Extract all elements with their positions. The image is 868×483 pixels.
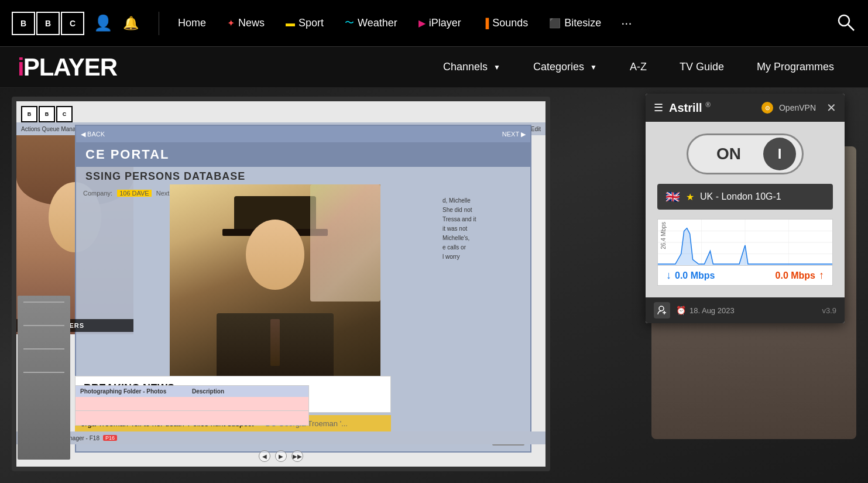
nav-sport[interactable]: ▬ Sport [275,0,334,47]
astrill-body: ON I 🇬🇧 ★ UK - London 10G-1 [646,122,845,297]
astrill-header: ☰ Astrill ® ⊙ OpenVPN ✕ [646,94,845,122]
speed-graph-container: 26.4 Mbps ↓ 0.0 Mbps 0.0 Mbps ↑ [657,219,833,286]
flowers-bg [310,184,380,302]
sounds-icon: ▐ [482,18,489,29]
screen-bbc-logo: B B C [21,106,73,122]
speed-graph: 26.4 Mbps [657,219,833,266]
iplayer-myprogrammes-nav[interactable]: My Programmes [740,47,850,88]
sport-label: Sport [299,17,324,29]
screen-bbc-b1: B [21,106,37,122]
weather-icon: 〜 [345,17,354,29]
nav-weather[interactable]: 〜 Weather [334,0,408,47]
nav-more-button[interactable]: ··· [612,16,641,31]
download-arrow-icon: ↓ [666,269,671,282]
bitesize-label: Bitesize [564,17,601,29]
nav-bitesize[interactable]: ⬛ Bitesize [538,0,612,47]
portal-title: SSING PERSONS DATABASE [76,167,530,186]
tv-monitor: B B C Actions Queue Manager - F18 P16 Ed… [12,97,550,471]
sport-icon: ▬ [286,18,295,29]
nav-home[interactable]: Home [167,0,217,47]
account-icon[interactable]: 👤 [94,14,112,32]
vpn-toggle[interactable]: ON I [687,133,804,174]
footer-date-container: ⏰ 18. Aug 2023 [676,306,816,315]
notification-icon[interactable]: 🔔 [123,16,139,31]
person-face-oval [246,220,304,290]
astrill-close-button[interactable]: ✕ [826,101,836,115]
astrill-menu-icon[interactable]: ☰ [654,101,663,114]
sidebar-description: d, MichelleShe did notTressa and itit wa… [442,196,524,262]
portal-person-figure [170,184,380,407]
speed-graph-svg [658,220,832,265]
portal-next-btn: NEXT ▶ [502,131,526,138]
bbc-logo[interactable]: B B C [12,12,84,35]
toggle-thumb-label: I [778,146,782,162]
screen-toolbar-bottom: Actions Queue Manager - F18 P16 [16,431,545,444]
portal-title-text: SSING PERSONS DATABASE [85,170,245,182]
astrill-footer: ⏰ 18. Aug 2023 v3.9 [646,297,845,323]
astrill-title: Astrill [669,101,702,114]
iplayer-channels-nav[interactable]: Channels ▼ [427,47,517,88]
astrill-vpn-overlay[interactable]: ☰ Astrill ® ⊙ OpenVPN ✕ ON [646,94,845,323]
astrill-openvpn-label: OpenVPN [779,103,816,112]
table-header: Photographing Folder - Photos Descriptio… [76,386,308,397]
screen-controls-bar: ◀ ▶ ▶▶ [259,450,303,462]
home-label: Home [178,17,206,29]
ctrl-next[interactable]: ▶▶ [291,450,303,462]
news-label: News [238,17,265,29]
upload-speed-value: 0.0 Mbps [776,270,815,281]
footer-version: v3.9 [822,306,836,315]
svg-point-0 [839,15,849,26]
graph-label: 26.4 Mbps [660,222,667,249]
data-table-bottom: Photographing Folder - Photos Descriptio… [75,385,309,426]
uk-flag: 🇬🇧 [665,190,680,204]
nav-news[interactable]: ✦ News [217,0,275,47]
bbc-logo-b1: B [12,12,35,35]
iplayer-logo-i: i [18,53,23,81]
screen-bbc-c: C [56,106,73,122]
screen-bbc-b2: B [39,106,55,122]
on-toggle-container: ON I [687,133,804,174]
iplayer-logo-player: PLAYER [23,53,118,81]
channels-label: Channels [443,61,488,73]
server-name: UK - London 10G-1 [700,191,825,202]
clock-icon: ⏰ [676,306,686,315]
bbc-nav-links: Home ✦ News ▬ Sport 〜 Weather ▶ iPlayer … [167,0,835,47]
table-row-2 [76,411,308,425]
portal-company-label: Company: [83,190,112,197]
astrill-trademark: ® [705,101,711,109]
portal-top-bar: ◀ BACK NEXT ▶ [76,126,530,142]
speed-upload: 0.0 Mbps ↑ [776,269,824,282]
iplayer-logo[interactable]: iPLAYER [18,53,117,81]
portal-id-value: 106 DAVE [117,190,152,197]
nav-iplayer[interactable]: ▶ iPlayer [408,0,472,47]
iplayer-label: iPlayer [429,17,461,29]
portal-header-text: CE PORTAL [85,147,169,162]
sounds-label: Sounds [492,17,528,29]
toggle-on-label: ON [694,145,763,163]
ctrl-prev[interactable]: ◀ [259,450,270,462]
server-row[interactable]: 🇬🇧 ★ UK - London 10G-1 [657,184,833,210]
ctrl-play[interactable]: ▶ [275,450,287,462]
openvpn-icon: ⊙ [761,102,773,114]
person-tie [270,319,280,366]
footer-date-text: 18. Aug 2023 [689,306,735,315]
iplayer-az-nav[interactable]: A-Z [613,47,663,88]
filing-cabinet [18,296,70,460]
iplayer-categories-nav[interactable]: Categories ▼ [517,47,613,88]
svg-point-9 [659,306,664,311]
astrill-logo-text: Astrill ® [669,101,756,115]
search-button[interactable] [835,12,856,35]
bitesize-icon: ⬛ [549,18,561,29]
upload-arrow-icon: ↑ [819,269,824,282]
add-user-button[interactable] [654,302,670,318]
table-row-1 [76,397,308,411]
tvguide-label: TV Guide [680,61,724,73]
toggle-thumb: I [763,138,796,170]
download-speed-value: 0.0 Mbps [675,270,715,281]
nav-sounds[interactable]: ▐ Sounds [472,0,538,47]
iplayer-tvguide-nav[interactable]: TV Guide [663,47,740,88]
screen-priority-badge-bottom: P16 [103,435,117,441]
speed-row: ↓ 0.0 Mbps 0.0 Mbps ↑ [657,266,833,286]
th-photographer: Photographing Folder - Photos [80,388,192,395]
portal-back-btn: ◀ BACK [81,131,105,138]
